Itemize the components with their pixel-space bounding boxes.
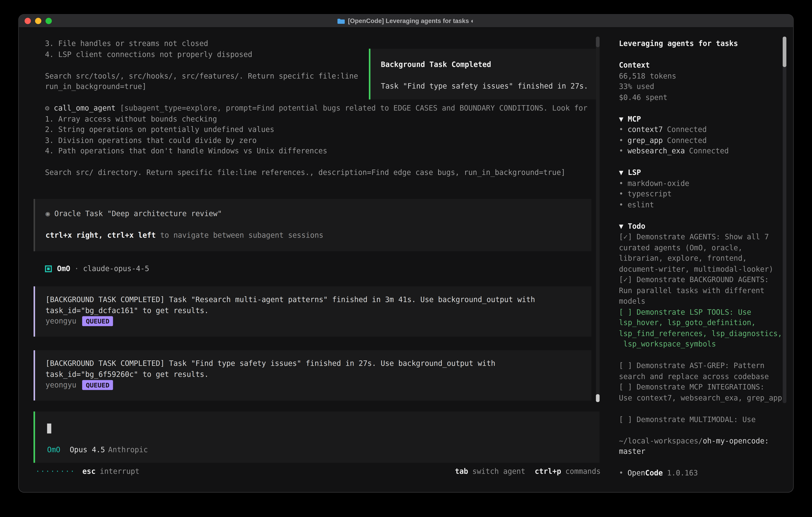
text-cursor [47,424,51,433]
commands-key-hint: ctrl+p [535,466,561,477]
todo-heading[interactable]: ▼ Todo [619,221,793,232]
progress-dots: ········ [35,466,75,477]
lsp-item-name: eslint [628,200,654,209]
status-badge: QUEUED [82,316,113,326]
input-agent-name: OmO [47,444,60,455]
lsp-item: •markdown-oxide [619,178,793,189]
oracle-task-title: ◉ Oracle Task "Deep architecture review" [46,208,591,219]
esc-key-hint: esc [82,466,95,477]
window-title: [OpenCode] Leveraging agents for tasks ◐ [19,15,793,27]
input-provider-name: Anthropic [108,444,148,455]
bullet-icon: • [619,469,624,477]
notification-title: Background Task Completed [381,59,599,70]
lsp-item: •typescript [619,189,793,199]
tool-call-header: ⚙ call_omo_agent [subagent_type=explore,… [45,103,601,113]
subagent-navigation-hint: ctrl+x right, ctrl+x left to navigate be… [46,230,591,241]
bullet-icon: • [619,190,624,198]
main-scrollbar-thumb-top[interactable] [596,36,600,47]
mcp-heading[interactable]: ▼ MCP [619,113,793,124]
task-message-user: yeongyu [46,316,77,326]
tool-call-block: ⚙ call_omo_agent [subagent_type=explore,… [45,103,601,178]
notification-body: Task "Find type safety issues" finished … [381,81,599,91]
oracle-icon: ◉ [46,209,54,218]
mcp-item: •context7Connected [619,124,793,135]
workspace-path-prefix: ~/local-workspaces/ [619,436,703,445]
tab-key-label: switch agent [472,466,525,477]
workspace-branch: master [619,446,793,457]
context-spent: $0.46 spent [619,92,793,103]
opencode-window: [OpenCode] Leveraging agents for tasks ◐… [19,15,793,492]
mcp-item-status: Connected [667,125,707,134]
input-model-name: Opus 4.5 [70,444,105,455]
bullet-icon: • [619,136,624,144]
bullet-icon: • [619,146,624,155]
task-message-meta: yeongyu QUEUED [46,316,591,326]
lsp-item-name: markdown-oxide [628,179,689,187]
mcp-item-name: context7 [628,125,663,134]
lsp-heading[interactable]: ▼ LSP [619,167,793,178]
bullet-icon: • [619,179,624,187]
workspace-path-name: oh-my-opencode: [703,436,769,445]
lsp-item: •eslint [619,199,793,210]
terminal-main-pane: 3. File handles or streams not closed 4.… [19,27,611,492]
app-version: 1.0.163 [667,469,698,477]
agent-name: OmO [57,263,70,274]
tool-call-name: call_omo_agent [54,104,115,112]
window-title-text: [OpenCode] Leveraging agents for tasks ◐ [348,17,474,25]
mcp-item-name: websearch_exa [628,146,685,155]
background-task-notification: Background Task Completed Task "Find typ… [369,49,599,100]
oracle-task-title-text: Oracle Task "Deep architecture review" [54,209,222,218]
tab-key-hint: tab [455,466,468,477]
bullet-icon: • [619,200,624,209]
task-message: [BACKGROUND TASK COMPLETED] Task "Resear… [34,286,591,336]
app-name-bold: Code [645,469,663,477]
tool-call-args: [subagent_type=explore, prompt=Find pote… [115,104,587,112]
session-title: Leveraging agents for tasks [619,38,793,49]
task-message-meta: yeongyu QUEUED [46,379,591,390]
tool-call-body: 1. Array access without bounds checking … [45,113,601,178]
context-heading: Context [619,60,793,71]
folder-icon [338,18,345,24]
task-message-line1: [BACKGROUND TASK COMPLETED] Task "Find t… [46,358,591,369]
status-badge: QUEUED [82,380,113,390]
todo-item-pending: [ ] Demonstrate AST-GREP: Pattern search… [619,360,793,382]
hint-text: to navigate between subagent sessions [156,231,323,239]
window-titlebar[interactable]: [OpenCode] Leveraging agents for tasks ◐ [19,15,793,28]
mcp-item-status: Connected [667,136,707,144]
mcp-item: •websearch_exaConnected [619,145,793,156]
main-scrollbar-thumb[interactable] [596,394,600,402]
oracle-task-panel: ◉ Oracle Task "Deep architecture review"… [34,199,591,251]
app-version-footer: •OpenCode1.0.163 [619,467,793,478]
task-message-line1: [BACKGROUND TASK COMPLETED] Task "Resear… [46,294,591,305]
sidebar: Leveraging agents for tasks Context 66,5… [611,27,793,492]
main-scrollbar[interactable] [596,36,600,402]
agent-icon [45,265,52,272]
status-bar-right: tab switch agent ctrl+p commands [445,466,601,477]
status-bar: ········ esc interrupt tab switch agent … [35,466,601,477]
todo-item-done: [✓] Demonstrate BACKGROUND AGENTS: Run p… [619,274,793,306]
todo-item-done: [✓] Demonstrate AGENTS: Show all 7 curat… [619,231,793,274]
todo-item-pending: [ ] Demonstrate MCP INTEGRATIONS: Use co… [619,382,793,403]
sidebar-scrollbar[interactable] [783,36,786,403]
sidebar-scrollbar-thumb[interactable] [783,36,786,67]
todo-item-pending: [ ] Demonstrate MULTIMODAL: Use [619,414,793,425]
gear-icon: ⚙ [45,104,54,112]
todo-item-active: [ ] Demonstrate LSP TOOLS: Use lsp_hover… [619,306,793,350]
task-message-user: yeongyu [46,379,77,390]
prompt-input[interactable]: OmO Opus 4.5 Anthropic [34,411,600,463]
lsp-item-name: typescript [628,190,672,198]
app-name-regular: Open [628,469,645,477]
commands-key-label: commands [566,466,601,477]
mcp-item-name: grep_app [628,136,663,144]
input-meta: OmO Opus 4.5 Anthropic [47,444,148,455]
workspace-path: ~/local-workspaces/oh-my-opencode: [619,435,793,446]
mcp-item-status: Connected [689,146,729,155]
task-message-line2: task_id="bg_6f59260c" to get results. [46,369,591,380]
agent-model: claude-opus-4-5 [83,263,149,274]
hint-keys: ctrl+x right, ctrl+x left [46,231,156,239]
task-message: [BACKGROUND TASK COMPLETED] Task "Find t… [34,350,591,401]
agent-header: OmO · claude-opus-4-5 [45,263,149,274]
esc-key-label: interrupt [100,466,140,477]
task-message-line2: task_id="bg_dcfac161" to get results. [46,305,591,316]
mcp-item: •grep_appConnected [619,135,793,145]
